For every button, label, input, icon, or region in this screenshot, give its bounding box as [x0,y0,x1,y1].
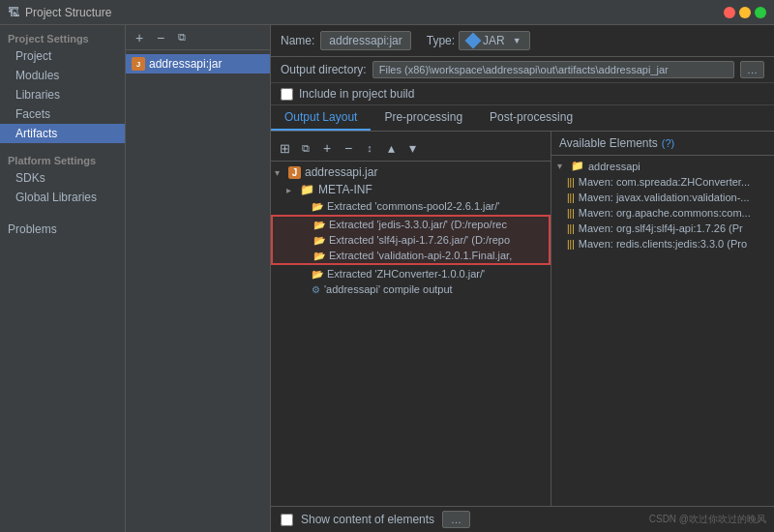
artifact-list-panel: + − ⧉ J addressapi:jar [126,25,271,532]
available-header: Available Elements (?) [551,132,774,156]
avail-item-maven-validation[interactable]: ||| Maven: javax.validation:validation-.… [551,190,774,205]
title-bar-title: Project Structure [25,6,111,19]
sidebar-item-global-libraries[interactable]: Global Libraries [0,188,125,207]
tab-pre-processing[interactable]: Pre-processing [371,105,476,131]
jedis-folder-icon: 📂 [313,220,325,230]
type-select[interactable]: JAR ▼ [459,31,530,50]
extracted-folder-icon: 📂 [312,201,323,212]
jar-icon: J [132,57,145,71]
artifact-item[interactable]: J addressapi:jar [126,54,270,74]
sidebar: Project Settings Project Modules Librari… [0,25,126,532]
layout-toolbar-up[interactable]: ▴ [381,138,401,158]
tree-item-zhconverter[interactable]: 📂 Extracted 'ZHConverter-1.0.0.jar/' [271,266,551,281]
avail-item-maven-zhconverter[interactable]: ||| Maven: com.spreada:ZHConverter... [551,174,774,190]
tree-item-root[interactable]: ▾ J addressapi.jar [271,163,551,181]
tree-item-commons-pool[interactable]: 📂 Extracted 'commons-pool2-2.6.1.jar/' [271,198,551,214]
close-button[interactable] [724,7,735,18]
tree-item-slf4j[interactable]: 📂 Extracted 'slf4j-api-1.7.26.jar/' (D:/… [273,232,549,248]
layout-toolbar-btn2[interactable]: ⧉ [296,138,315,158]
artifact-toolbar: + − ⧉ [126,25,270,50]
tree-item-compile-output[interactable]: ⚙ 'addressapi' compile output [271,281,551,297]
tree-item-validation[interactable]: 📂 Extracted 'validation-api-2.0.1.Final.… [273,248,549,263]
show-content-label: Show content of elements [301,513,434,526]
add-artifact-button[interactable]: + [130,28,149,47]
browse-output-dir-button[interactable]: … [740,61,764,78]
available-tree: ▾ 📁 addressapi ||| Maven: com.spreada:ZH… [551,156,774,506]
maven-icon-2: ||| [567,192,575,203]
remove-artifact-button[interactable]: − [151,28,170,47]
maven-icon-4: ||| [567,223,575,234]
layout-toolbar-sort[interactable]: ↕ [360,138,379,158]
sidebar-item-modules[interactable]: Modules [0,66,125,85]
minimize-button[interactable] [739,7,751,18]
layout-toolbar-add[interactable]: + [317,138,337,158]
layout-tree: ⊞ ⧉ + − ↕ ▴ ▾ ▾ J addressapi.jar [271,132,551,506]
window-icon: 🏗 [8,6,19,19]
avail-item-maven-jedis[interactable]: ||| Maven: redis.clients:jedis:3.3.0 (Pr… [551,236,774,251]
type-field-row: Type: JAR ▼ [427,31,530,50]
output-dir-row: Output directory: Files (x86)\workspace\… [271,57,774,83]
tree-item-jedis[interactable]: 📂 Extracted 'jedis-3.3.0.jar/' (D:/repo/… [273,217,549,232]
expand-meta-icon: ▸ [286,185,296,195]
output-dir-input[interactable]: Files (x86)\workspace\addressapi\out\art… [372,61,734,78]
jar-diamond-icon [465,33,482,49]
available-elements-panel: Available Elements (?) ▾ 📁 addressapi ||… [551,132,774,506]
layout-toolbar: ⊞ ⧉ + − ↕ ▴ ▾ [271,135,551,162]
platform-settings-label: Platform Settings [0,151,125,168]
right-panel: Name: addressapi:jar Type: JAR ▼ Output … [271,25,774,532]
include-in-build-row: Include in project build [271,83,774,105]
compile-icon: ⚙ [312,284,320,295]
project-settings-label: Project Settings [0,29,125,46]
name-input[interactable]: addressapi:jar [320,31,410,50]
show-content-checkbox[interactable] [281,514,293,526]
folder-icon: 📁 [300,183,314,196]
watermark: CSDN @吹过你吹过的晚风 [649,513,766,526]
help-icon[interactable]: (?) [662,137,674,149]
type-label: Type: [427,34,455,47]
tab-post-processing[interactable]: Post-processing [476,105,586,131]
tabs-row: Output Layout Pre-processing Post-proces… [271,105,774,132]
more-button[interactable]: … [442,511,470,528]
window-controls [724,7,766,18]
name-label: Name: [281,34,314,47]
avail-item-maven-slf4j[interactable]: ||| Maven: org.slf4j:slf4j-api:1.7.26 (P… [551,221,774,236]
avail-item-maven-commons[interactable]: ||| Maven: org.apache.commons:com... [551,205,774,221]
layout-toolbar-remove[interactable]: − [339,138,358,158]
maven-icon-1: ||| [567,177,575,188]
artifact-tree: J addressapi:jar [126,50,270,532]
maximize-button[interactable] [755,7,766,18]
tab-output-layout[interactable]: Output Layout [271,105,371,131]
zh-folder-icon: 📂 [312,269,323,280]
content-area: ⊞ ⧉ + − ↕ ▴ ▾ ▾ J addressapi.jar [271,132,774,506]
output-dir-label: Output directory: [281,63,367,76]
copy-artifact-button[interactable]: ⧉ [172,28,192,47]
maven-icon-3: ||| [567,208,575,219]
include-in-build-label: Include in project build [299,87,414,101]
avail-item-addressapi[interactable]: ▾ 📁 addressapi [551,158,774,174]
sidebar-item-artifacts[interactable]: Artifacts [0,124,125,143]
name-field-row: Name: addressapi:jar [281,31,411,50]
layout-toolbar-btn1[interactable]: ⊞ [275,138,294,158]
expand-icon: ▾ [275,167,284,178]
addressapi-folder-icon: 📁 [571,160,584,172]
sidebar-item-sdks[interactable]: SDKs [0,168,125,188]
sidebar-item-libraries[interactable]: Libraries [0,85,125,104]
sidebar-item-project[interactable]: Project [0,46,125,66]
artifact-header: Name: addressapi:jar Type: JAR ▼ [271,25,774,57]
dropdown-arrow-icon: ▼ [513,36,521,45]
jar-file-icon: J [288,166,301,179]
layout-toolbar-down[interactable]: ▾ [402,138,422,158]
maven-icon-5: ||| [567,239,575,250]
sidebar-item-problems[interactable]: Problems [0,217,125,242]
validation-folder-icon: 📂 [313,251,325,261]
slf4j-folder-icon: 📂 [313,235,325,246]
sidebar-item-facets[interactable]: Facets [0,104,125,124]
title-bar: 🏗 Project Structure [0,0,774,25]
tree-item-meta-inf[interactable]: ▸ 📁 META-INF [271,181,551,198]
include-in-build-checkbox[interactable] [281,88,293,101]
